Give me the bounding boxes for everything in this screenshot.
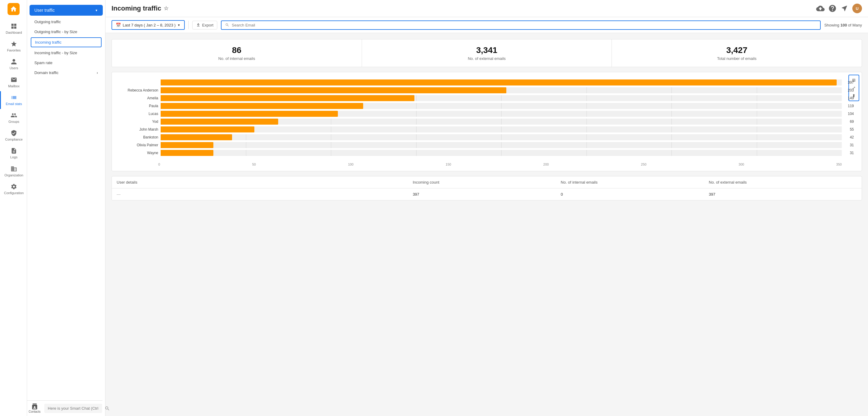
search-email-field[interactable]: [221, 21, 821, 30]
bar-track: 42: [161, 134, 842, 140]
sidebar-item-users[interactable]: Users: [0, 56, 27, 73]
export-button[interactable]: Export: [192, 21, 218, 30]
bottom-bar-contacts[interactable]: Contacts: [27, 402, 41, 415]
smart-chat-search-icon[interactable]: [104, 406, 110, 411]
bar-fill[interactable]: [161, 79, 837, 85]
nav-outgoing-traffic[interactable]: Outgoing traffic: [27, 17, 105, 27]
help-icon[interactable]: [828, 4, 837, 13]
bar-fill[interactable]: [161, 111, 338, 117]
chevron-down-icon: ▼: [95, 9, 98, 12]
sidebar-item-favorites[interactable]: Favorites: [0, 38, 27, 56]
bar-chart: 397Rebecca Anderson203Amelia149Paula119L…: [117, 77, 857, 160]
bar-row: Bankston42: [119, 134, 842, 140]
row-internal: 0: [561, 192, 709, 197]
nav-domain-traffic[interactable]: Domain traffic ›: [27, 68, 105, 78]
col-incoming-count: Incoming count: [412, 180, 561, 184]
row-user: —: [117, 192, 412, 197]
sidebar-label-dashboard: Dashboard: [6, 31, 22, 35]
contacts-label: Contacts: [29, 410, 40, 413]
sidebar-label-compliance: Compliance: [5, 138, 23, 141]
toolbar: 📅 Last 7 days ( Jan 2 – 8, 2023 ) ▼ Expo…: [105, 17, 868, 33]
axis-row: 050100150200250300350: [117, 163, 857, 166]
bar-label: Yod: [119, 119, 158, 124]
bar-row: Olivia Palmer31: [119, 142, 842, 148]
col-external: No. of external emails: [709, 180, 857, 184]
bar-track: 397: [161, 79, 842, 85]
sidebar-label-mailbox: Mailbox: [8, 84, 20, 88]
bar-fill[interactable]: [161, 87, 506, 93]
bar-fill[interactable]: [161, 95, 414, 101]
axis-label: 200: [544, 163, 549, 166]
sidebar-item-groups[interactable]: Groups: [0, 109, 27, 127]
axis-label: 0: [158, 163, 160, 166]
stat-internal-number: 86: [118, 45, 355, 55]
bar-fill[interactable]: [161, 134, 232, 140]
page-body: 86 No. of internal emails 3,341 No. of e…: [105, 33, 868, 416]
table-header: User details Incoming count No. of inter…: [112, 176, 862, 188]
bar-label: Olivia Palmer: [119, 143, 158, 147]
nav-outgoing-traffic-size[interactable]: Outgoing traffic - by Size: [27, 27, 105, 37]
axis-label: 50: [252, 163, 256, 166]
bar-value: 31: [850, 143, 854, 147]
table-row: — 397 0 397: [112, 188, 862, 200]
chevron-right-icon: ›: [97, 70, 98, 75]
bar-label: Lucas: [119, 112, 158, 116]
sidebar-item-organization[interactable]: Organization: [0, 163, 27, 180]
axis-label: 150: [446, 163, 451, 166]
search-icon: [225, 23, 229, 27]
nav-incoming-traffic-size[interactable]: Incoming traffic - by Size: [27, 48, 105, 58]
bar-fill[interactable]: [161, 103, 363, 109]
sidebar-item-emailstats[interactable]: Email stats: [0, 91, 27, 109]
nav-spam-rate[interactable]: Spam rate: [27, 58, 105, 68]
sidebar-label-groups: Groups: [8, 120, 19, 124]
stat-card-total: 3,427 Total number of emails: [612, 39, 862, 67]
sidebar-item-dashboard[interactable]: Dashboard: [0, 20, 27, 38]
bar-row: Amelia149: [119, 95, 842, 101]
sidebar-label-configuration: Configuration: [4, 191, 24, 195]
search-email-input[interactable]: [232, 23, 816, 27]
nav-user-traffic[interactable]: User traffic ▼: [30, 5, 103, 16]
bar-label: Rebecca Anderson: [119, 88, 158, 93]
sidebar-label-logs: Logs: [10, 155, 18, 159]
showing-count: 100: [840, 23, 847, 27]
bar-track: 31: [161, 142, 842, 148]
bar-row: Lucas104: [119, 111, 842, 117]
sidebar-item-logs[interactable]: Logs: [0, 144, 27, 162]
bar-fill[interactable]: [161, 150, 213, 156]
nav-incoming-traffic[interactable]: Incoming traffic: [31, 37, 101, 47]
sidebar-item-compliance[interactable]: Compliance: [0, 127, 27, 144]
star-icon[interactable]: ☆: [164, 5, 168, 12]
bar-value: 42: [850, 135, 854, 139]
user-avatar[interactable]: U: [852, 4, 862, 13]
main-content: Incoming traffic ☆ U 📅 Last 7 days ( Jan…: [105, 0, 868, 416]
bar-value: 119: [848, 104, 854, 108]
bar-track: 119: [161, 103, 842, 109]
smart-chat-input[interactable]: [44, 404, 102, 413]
contacts-icon: [32, 403, 38, 409]
calendar-icon: 📅: [116, 23, 121, 27]
sidebar-item-configuration[interactable]: Configuration: [0, 180, 27, 198]
bar-label: Wayne: [119, 151, 158, 155]
bar-fill[interactable]: [161, 142, 213, 148]
bar-value: 104: [848, 112, 854, 116]
notification-icon[interactable]: [840, 4, 849, 13]
axis-label: 100: [348, 163, 353, 166]
stat-internal-label: No. of internal emails: [118, 56, 355, 61]
row-incoming: 397: [412, 192, 561, 197]
bar-row: John Marsh55: [119, 127, 842, 133]
col-internal: No. of internal emails: [561, 180, 709, 184]
axis-label: 250: [641, 163, 647, 166]
left-nav: User traffic ▼ Outgoing traffic Outgoing…: [27, 0, 105, 416]
bar-fill[interactable]: [161, 127, 254, 133]
app-logo: [7, 3, 20, 15]
bar-fill[interactable]: [161, 118, 278, 125]
bar-value: 55: [850, 127, 854, 132]
upload-icon[interactable]: [816, 4, 825, 13]
chevron-down-icon: ▼: [178, 24, 181, 27]
bar-label: Amelia: [119, 96, 158, 100]
sidebar-item-mailbox[interactable]: Mailbox: [0, 73, 27, 91]
date-picker[interactable]: 📅 Last 7 days ( Jan 2 – 8, 2023 ) ▼: [112, 20, 185, 30]
sidebar-label-favorites: Favorites: [7, 48, 21, 53]
divider: [188, 21, 189, 29]
stat-total-number: 3,427: [618, 45, 856, 55]
